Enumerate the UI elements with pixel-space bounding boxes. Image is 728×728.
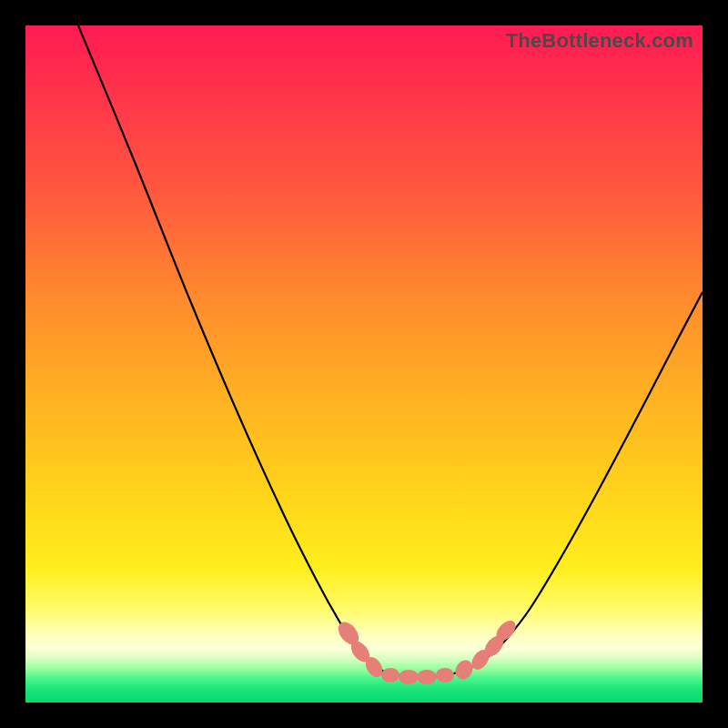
curve-markers [334, 617, 519, 684]
curve-marker [399, 670, 419, 684]
outer-frame: TheBottleneck.com [0, 0, 728, 728]
bottleneck-curve [78, 25, 703, 677]
chart-svg [25, 25, 703, 703]
plot-area: TheBottleneck.com [25, 25, 703, 703]
curve-marker [381, 668, 399, 682]
watermark-text: TheBottleneck.com [506, 29, 693, 53]
curve-marker [417, 670, 437, 684]
curve-marker [436, 668, 454, 682]
